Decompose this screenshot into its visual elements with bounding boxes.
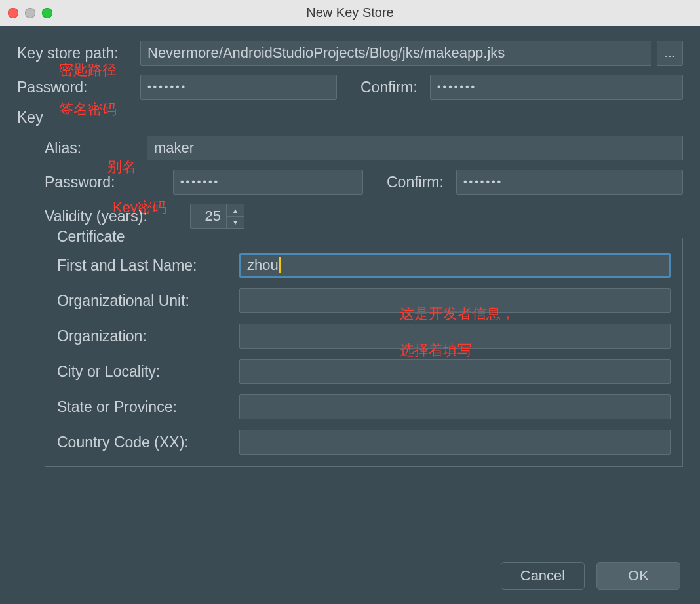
key-section-label: Key bbox=[17, 109, 683, 126]
validity-label: Validity (years): bbox=[45, 208, 190, 225]
dialog-content: Key store path: Nevermore/AndroidStudioP… bbox=[0, 26, 700, 604]
browse-button[interactable]: … bbox=[657, 41, 683, 66]
zoom-window-icon[interactable] bbox=[42, 8, 52, 18]
key-block: Alias: maker 别名 Password: ••••••• Confir… bbox=[17, 136, 683, 467]
cancel-button[interactable]: Cancel bbox=[501, 562, 585, 590]
country-row: Country Code (XX): bbox=[57, 430, 671, 455]
org-unit-row: Organizational Unit: bbox=[57, 288, 671, 313]
state-label: State or Province: bbox=[57, 398, 239, 416]
ellipsis-icon: … bbox=[664, 47, 676, 60]
country-field[interactable] bbox=[239, 430, 671, 455]
keystore-password-field[interactable]: ••••••• bbox=[140, 75, 337, 100]
validity-row: Validity (years): 25 ▲ ▼ bbox=[45, 204, 683, 229]
keystore-path-row: Key store path: Nevermore/AndroidStudioP… bbox=[17, 41, 683, 66]
keystore-confirm-field[interactable]: ••••••• bbox=[430, 75, 683, 100]
first-last-row: First and Last Name: zhou bbox=[57, 253, 671, 278]
org-unit-field[interactable] bbox=[239, 288, 671, 313]
certificate-legend: Certificate bbox=[53, 228, 129, 246]
text-caret-icon bbox=[279, 257, 281, 273]
keystore-path-label: Key store path: bbox=[17, 45, 140, 62]
first-last-label: First and Last Name: bbox=[57, 257, 239, 274]
key-password-field[interactable]: ••••••• bbox=[173, 170, 363, 195]
country-label: Country Code (XX): bbox=[57, 434, 239, 451]
certificate-fieldset: Certificate First and Last Name: zhou Or… bbox=[45, 238, 683, 467]
state-row: State or Province: bbox=[57, 394, 671, 419]
traffic-lights bbox=[8, 8, 52, 18]
key-password-label: Password: bbox=[45, 174, 173, 191]
first-last-value: zhou bbox=[247, 257, 279, 274]
state-field[interactable] bbox=[239, 394, 671, 419]
org-row: Organization: bbox=[57, 324, 671, 349]
key-password-row: Password: ••••••• Confirm: ••••••• bbox=[45, 170, 683, 195]
ok-button[interactable]: OK bbox=[596, 562, 680, 590]
org-field[interactable] bbox=[239, 324, 671, 349]
titlebar: New Key Store bbox=[0, 0, 700, 26]
alias-field[interactable]: maker bbox=[147, 136, 683, 160]
alias-label: Alias: bbox=[45, 140, 147, 157]
window-title: New Key Store bbox=[0, 5, 700, 20]
org-unit-label: Organizational Unit: bbox=[57, 292, 239, 310]
org-label: Organization: bbox=[57, 328, 239, 345]
city-row: City or Locality: bbox=[57, 359, 671, 384]
key-confirm-field[interactable]: ••••••• bbox=[456, 170, 683, 195]
keystore-path-field[interactable]: Nevermore/AndroidStudioProjects/Blog/jks… bbox=[140, 41, 651, 66]
alias-row: Alias: maker bbox=[45, 136, 683, 160]
validity-value: 25 bbox=[191, 208, 226, 225]
close-window-icon[interactable] bbox=[8, 8, 18, 18]
keystore-confirm-label: Confirm: bbox=[360, 79, 430, 96]
first-last-field[interactable]: zhou bbox=[239, 253, 671, 278]
city-label: City or Locality: bbox=[57, 363, 239, 381]
keystore-password-row: Password: ••••••• Confirm: ••••••• bbox=[17, 75, 683, 100]
validity-stepper[interactable]: 25 ▲ ▼ bbox=[190, 204, 244, 229]
stepper-down-icon[interactable]: ▼ bbox=[227, 216, 244, 228]
minimize-window-icon bbox=[25, 8, 35, 18]
dialog-buttons: Cancel OK bbox=[501, 562, 680, 590]
city-field[interactable] bbox=[239, 359, 671, 384]
key-confirm-label: Confirm: bbox=[387, 174, 456, 191]
keystore-password-label: Password: bbox=[17, 79, 140, 96]
stepper-up-icon[interactable]: ▲ bbox=[227, 204, 244, 216]
